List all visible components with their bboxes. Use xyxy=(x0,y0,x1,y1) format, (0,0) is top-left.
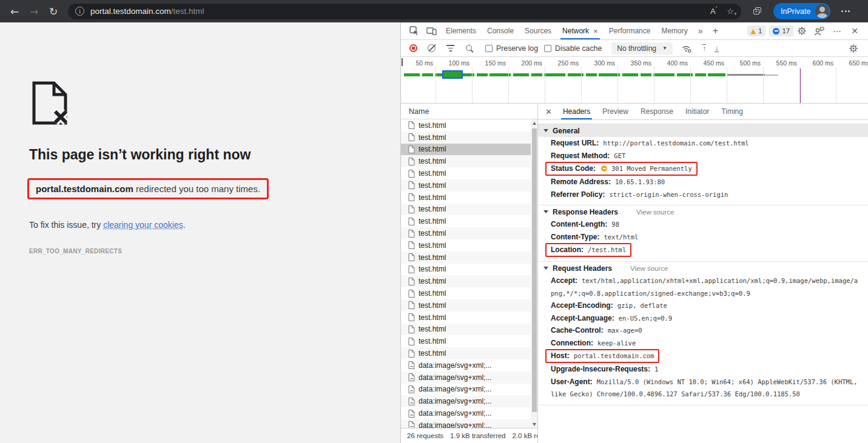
preserve-log-checkbox[interactable]: Preserve log xyxy=(485,44,538,53)
avatar[interactable] xyxy=(815,4,829,18)
close-tab-icon[interactable]: × xyxy=(593,27,598,36)
request-row[interactable]: data:image/svg+xml;... xyxy=(401,395,531,407)
request-row[interactable]: data:image/svg+xml;... xyxy=(401,419,531,428)
network-overview-timeline[interactable]: 50 ms100 ms150 ms200 ms250 ms300 ms350 m… xyxy=(401,57,868,104)
document-icon xyxy=(408,145,415,153)
warnings-badge[interactable]: ▲1 xyxy=(747,25,766,36)
search-icon[interactable] xyxy=(465,44,474,53)
address-bar[interactable]: i portal.testdomain.com/test.html A› ☆+ xyxy=(68,4,741,19)
request-row[interactable]: test.html xyxy=(401,335,531,347)
site-info-icon[interactable]: i xyxy=(75,7,84,16)
import-har-icon[interactable]: ↓ xyxy=(715,44,719,52)
request-row[interactable]: test.html xyxy=(401,275,531,287)
request-row[interactable]: test.html xyxy=(401,204,531,216)
section-header[interactable]: Response HeadersView source xyxy=(538,205,868,218)
inspect-element-icon[interactable] xyxy=(409,26,419,36)
request-row[interactable]: test.html xyxy=(401,324,531,336)
section-header[interactable]: General xyxy=(538,124,868,137)
details-tab-response[interactable]: Response xyxy=(634,104,679,119)
device-toolbar-icon[interactable] xyxy=(426,27,437,35)
request-row[interactable]: test.html xyxy=(401,264,531,276)
request-row[interactable]: test.html xyxy=(401,155,531,167)
header-value: http://portal.testdomain.com/test.html xyxy=(603,139,749,147)
network-conditions-icon[interactable] xyxy=(681,44,691,53)
clear-network-log-icon[interactable] xyxy=(428,44,436,52)
details-tab-headers[interactable]: Headers xyxy=(557,104,596,119)
requests-name-header[interactable]: Name xyxy=(401,104,537,119)
request-row[interactable]: test.html xyxy=(401,227,531,239)
tab-sources[interactable]: Sources xyxy=(519,22,557,39)
request-row[interactable]: data:image/svg+xml;... xyxy=(401,359,531,371)
section-header[interactable]: Request HeadersView source xyxy=(538,261,868,275)
devtools-more-icon[interactable]: ⋯ xyxy=(833,26,841,36)
requests-scrollbar[interactable] xyxy=(531,119,537,428)
throttling-dropdown[interactable]: No throttling▼ xyxy=(611,42,673,55)
request-name: test.html xyxy=(419,181,446,190)
request-row[interactable]: test.html xyxy=(401,215,531,227)
refresh-button[interactable]: ↻ xyxy=(45,3,62,20)
export-har-icon[interactable]: ↑ xyxy=(702,44,707,52)
more-tabs-icon[interactable]: » xyxy=(698,26,703,36)
header-name: Status Code: xyxy=(551,164,596,173)
header-value: text/html xyxy=(604,233,638,241)
tab-performance[interactable]: Performance xyxy=(604,22,656,39)
triangle-down-icon xyxy=(543,267,548,270)
scroll-up-icon[interactable] xyxy=(531,119,537,127)
timeline-gridline xyxy=(617,67,618,103)
header-row: Location:/test.html xyxy=(538,243,868,257)
requests-column: Name test.htmltest.htmltest.htmltest.htm… xyxy=(401,104,538,443)
request-row[interactable]: test.html xyxy=(401,179,531,192)
view-source-link[interactable]: View source xyxy=(636,208,674,216)
collections-icon[interactable]: + xyxy=(753,7,762,15)
waterfall-selected-block xyxy=(442,70,463,79)
request-row[interactable]: test.html xyxy=(401,287,531,299)
tab-elements[interactable]: Elements xyxy=(440,22,482,39)
timeline-tick-label: 650 ms xyxy=(842,59,868,67)
scroll-down-icon[interactable] xyxy=(531,421,537,428)
request-row[interactable]: test.html xyxy=(401,311,531,324)
scrollbar-thumb[interactable] xyxy=(532,128,537,412)
tab-console[interactable]: Console xyxy=(482,22,519,39)
request-row[interactable]: data:image/svg+xml;... xyxy=(401,384,531,396)
close-details-icon[interactable]: ✕ xyxy=(545,107,552,116)
request-row[interactable]: test.html xyxy=(401,251,531,264)
inprivate-label: InPrivate xyxy=(781,7,810,16)
back-button[interactable]: ← xyxy=(6,3,23,20)
request-row[interactable]: test.html xyxy=(401,299,531,311)
favorites-icon[interactable]: ☆+ xyxy=(727,7,734,16)
details-tab-timing[interactable]: Timing xyxy=(715,104,749,119)
tab-label: Network xyxy=(562,27,589,35)
add-tab-icon[interactable]: + xyxy=(713,25,719,37)
read-aloud-icon[interactable]: A› xyxy=(710,7,717,16)
request-row[interactable]: test.html xyxy=(401,347,531,359)
browser-menu-icon[interactable] xyxy=(841,10,850,12)
request-row[interactable]: test.html xyxy=(401,192,531,204)
filter-icon[interactable] xyxy=(446,45,454,52)
request-row[interactable]: data:image/svg+xml;... xyxy=(401,371,531,384)
request-row[interactable]: test.html xyxy=(401,132,531,144)
document-icon xyxy=(408,301,415,309)
feedback-icon[interactable] xyxy=(814,27,824,36)
details-tab-preview[interactable]: Preview xyxy=(596,104,634,119)
url-text[interactable]: portal.testdomain.com/test.html xyxy=(90,7,204,16)
request-row[interactable]: data:image/svg+xml;... xyxy=(401,407,531,419)
devtools-close-icon[interactable]: ✕ xyxy=(851,26,858,36)
clear-cookies-link[interactable]: clearing your cookies xyxy=(103,220,183,230)
document-icon xyxy=(408,241,415,249)
inprivate-badge[interactable]: InPrivate xyxy=(773,3,830,19)
request-row[interactable]: test.html xyxy=(401,167,531,179)
document-icon xyxy=(408,338,415,345)
tab-memory[interactable]: Memory xyxy=(656,22,693,39)
request-row[interactable]: test.html xyxy=(401,119,531,132)
network-settings-icon[interactable] xyxy=(849,44,858,53)
devtools-settings-icon[interactable] xyxy=(797,26,807,36)
request-row[interactable]: test.html xyxy=(401,144,531,156)
details-tab-initiator[interactable]: Initiator xyxy=(679,104,715,119)
view-source-link[interactable]: View source xyxy=(630,265,668,272)
issues-badge[interactable]: 17 xyxy=(769,25,793,36)
record-network-log-icon[interactable] xyxy=(409,44,417,52)
request-row[interactable]: test.html xyxy=(401,239,531,251)
tab-network[interactable]: Network× xyxy=(557,22,604,39)
error-message-annotation-box: portal.testdomain.com redirected you too… xyxy=(27,178,269,199)
disable-cache-checkbox[interactable]: Disable cache xyxy=(544,44,602,53)
